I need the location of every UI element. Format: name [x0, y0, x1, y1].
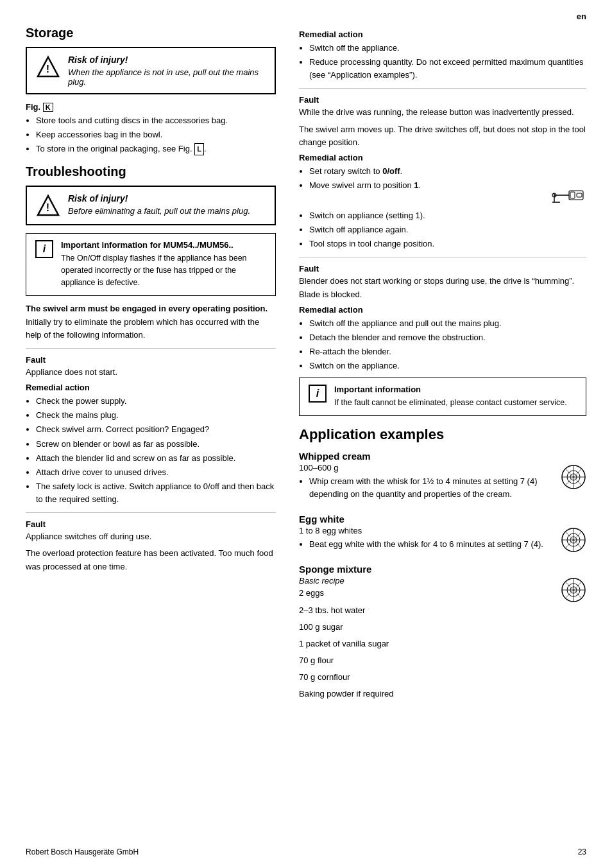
sponge-ing-3: 1 packet of vanilla sugar [299, 638, 393, 650]
list-item: Check the power supply. [36, 395, 276, 408]
storage-bullets: Store tools and cutting discs in the acc… [36, 114, 276, 155]
info-content-2: Important information If the fault canno… [334, 385, 567, 409]
list-item: Tool stops in tool change position. [309, 238, 586, 250]
swivel-diagram [551, 179, 586, 208]
storage-warning-box: ! Risk of injury! When the appliance is … [26, 47, 276, 94]
list-item: Set rotary switch to 0/off. [309, 165, 586, 178]
sponge-ing-2: 100 g sugar [299, 621, 393, 634]
list-item: Store tools and cutting discs in the acc… [36, 114, 276, 127]
egg-white-quantity: 1 to 8 egg whites [299, 526, 543, 535]
footer-left: Robert Bosch Hausgeräte GmbH [26, 847, 139, 856]
fault4-text1: Blender does not start working or stops … [299, 275, 586, 300]
fault1-label: Fault [26, 355, 276, 365]
remedial3-bullets: Set rotary switch to 0/off. Move swivel … [309, 165, 586, 251]
list-item: Switch off the appliance. [309, 42, 586, 55]
info-box-2: i Important information If the fault can… [299, 378, 586, 416]
page-number: 23 [578, 847, 586, 856]
egg-white-bullets: Beat egg white with the whisk for 4 to 6… [309, 538, 543, 551]
svg-rect-6 [577, 193, 582, 197]
svg-rect-5 [570, 192, 575, 198]
whipped-cream-title: Whipped cream [299, 451, 586, 462]
footer: Robert Bosch Hausgeräte GmbH 23 [26, 847, 586, 856]
whisk-icon-2 [561, 527, 586, 553]
list-item: Attach the blender lid and screw on as f… [36, 452, 276, 465]
info-text-2: If the fault cannot be eliminated, pleas… [334, 397, 567, 409]
remedial4-label: Remedial action [299, 305, 586, 315]
remedial3-label: Remedial action [299, 153, 586, 162]
whisk-icon-3 [561, 577, 586, 603]
app-section: Application examples Whipped cream 100–6… [299, 426, 586, 704]
storage-warning-text: Risk of injury! When the appliance is no… [68, 55, 266, 87]
list-item: Check the mains plug. [36, 409, 276, 422]
swivel-note: The swivel arm must be engaged in every … [26, 304, 276, 313]
list-item: Whip cream with the whisk for 1½ to 4 mi… [309, 475, 554, 501]
trouble-warning-text: Risk of injury! Before eliminating a fau… [68, 193, 250, 216]
info-content-mum: Important information for MUM54../MUM56.… [61, 240, 266, 288]
egg-white-content: 1 to 8 egg whites Beat egg white with th… [299, 526, 543, 556]
trouble-warning-body: Before eliminating a fault, pull out the… [68, 206, 250, 216]
app-title: Application examples [299, 426, 586, 443]
list-item: Check swivel arm. Correct position? Enga… [36, 423, 276, 436]
fault2-label: Fault [26, 519, 276, 529]
remedial1-label: Remedial action [26, 383, 276, 392]
list-item: Switch off the appliance and pull out th… [309, 317, 586, 330]
warning-icon: ! [36, 55, 60, 79]
remedial2-bullets: Switch off the appliance. Reduce process… [309, 42, 586, 82]
troubleshooting-title: Troubleshooting [26, 164, 276, 179]
fault2-text2: The overload protection feature has been… [26, 547, 276, 573]
lang-tag: en [577, 12, 586, 21]
egg-white-row: 1 to 8 egg whites Beat egg white with th… [299, 526, 586, 556]
whipped-cream-bullets: Whip cream with the whisk for 1½ to 4 mi… [309, 475, 554, 501]
fig-k-icon: K [43, 103, 53, 112]
fault3-text1: While the drive was running, the release… [299, 106, 586, 119]
list-item: Reduce processing quantity. Do not excee… [309, 56, 586, 82]
whisk-icon [561, 464, 586, 490]
list-item: Re-attach the blender. [309, 345, 586, 358]
sponge-ing-6: Baking powder if required [299, 688, 393, 700]
list-item: Detach the blender and remove the obstru… [309, 331, 586, 344]
trouble-warning-box: ! Risk of injury! Before eliminating a f… [26, 186, 276, 225]
list-item: Move swivel arm to position 1. [309, 179, 586, 208]
sponge-ing-5: 70 g cornflour [299, 671, 393, 684]
sponge-ing-0: 2 eggs [299, 587, 393, 600]
list-item: Switch on appliance (setting 1). [309, 209, 586, 222]
remedial1-bullets: Check the power supply. Check the mains … [36, 395, 276, 506]
info-box-mum: i Important information for MUM54../MUM5… [26, 233, 276, 295]
whipped-cream-row: 100–600 g Whip cream with the whisk for … [299, 463, 586, 506]
remedial2-label: Remedial action [299, 30, 586, 39]
sponge-row: Basic recipe 2 eggs 2–3 tbs. hot water 1… [299, 576, 586, 704]
fig-l-icon: L [194, 143, 204, 155]
sponge-content: Basic recipe 2 eggs 2–3 tbs. hot water 1… [299, 576, 393, 704]
egg-white-title: Egg white [299, 514, 586, 525]
whipped-cream-quantity: 100–600 g [299, 463, 554, 473]
storage-warning-title: Risk of injury! [68, 55, 266, 65]
list-item: To store in the original packaging, see … [36, 143, 276, 155]
list-item: Keep accessories bag in the bowl. [36, 128, 276, 141]
fault2-text1: Appliance switches off during use. [26, 530, 276, 543]
sponge-ing-1: 2–3 tbs. hot water [299, 604, 393, 617]
svg-text:!: ! [46, 202, 49, 213]
list-item: Switch off appliance again. [309, 223, 586, 236]
move-swivel-row: Move swivel arm to position 1. [309, 179, 586, 208]
trouble-warning-title: Risk of injury! [68, 193, 250, 204]
sponge-title: Sponge mixture [299, 564, 586, 575]
info-text-mum: The On/Off display flashes if the applia… [61, 252, 266, 288]
svg-text:!: ! [46, 64, 49, 74]
right-column: Remedial action Switch off the appliance… [299, 26, 586, 707]
list-item: Switch on the appliance. [309, 360, 586, 372]
fig-k-label: Fig. K [26, 102, 276, 112]
fault3-label: Fault [299, 95, 586, 105]
storage-title: Storage [26, 26, 276, 40]
sponge-ing-4: 70 g flour [299, 654, 393, 667]
warning-icon-2: ! [36, 193, 60, 218]
info-icon-2: i [309, 385, 327, 403]
whipped-cream-content: 100–600 g Whip cream with the whisk for … [299, 463, 554, 506]
move-swivel-text: Move swivel arm to position 1. [309, 179, 421, 192]
list-item: Screw on blender or bowl as far as possi… [36, 438, 276, 451]
swivel-body: Initially try to eliminate the problem w… [26, 316, 276, 342]
left-column: Storage ! Risk of injury! When the appli… [26, 26, 276, 707]
list-item: Attach drive cover to unused drives. [36, 466, 276, 479]
sponge-subtitle: Basic recipe [299, 576, 393, 586]
page: en Storage ! Risk of injury! When the ap… [0, 0, 612, 868]
info-icon: i [35, 240, 53, 258]
